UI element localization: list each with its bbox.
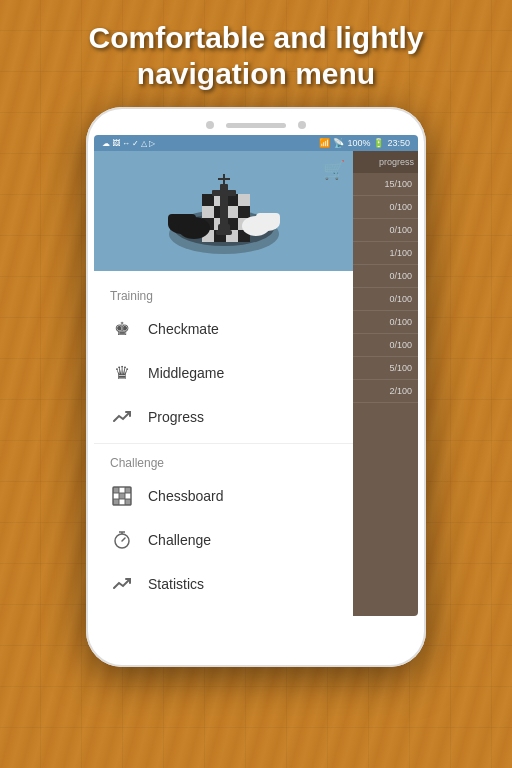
battery-percent: 100% <box>347 138 370 148</box>
right-panel-header: progress <box>353 151 418 173</box>
chess-logo <box>144 156 304 266</box>
svg-rect-14 <box>238 206 250 218</box>
statistics-label: Statistics <box>148 576 204 592</box>
phone-screen: ☁ 🖼 ↔ ✓ △ ▷ 📶 📡 100% 🔋 23:50 <box>94 135 418 616</box>
status-right: 📶 📡 100% 🔋 23:50 <box>319 138 410 148</box>
progress-item-5: 0/100 <box>353 288 418 311</box>
progress-item-3: 1/100 <box>353 242 418 265</box>
svg-point-30 <box>178 217 210 239</box>
phone-camera-right <box>298 121 306 129</box>
challenge-label: Challenge <box>148 532 211 548</box>
progress-label: Progress <box>148 409 204 425</box>
phone-top <box>94 121 418 129</box>
phone-camera-left <box>206 121 214 129</box>
progress-item-7: 0/100 <box>353 334 418 357</box>
progress-item-9: 2/100 <box>353 380 418 403</box>
menu-container: Training ♚ Checkmate ♛ Middlegame <box>94 271 353 616</box>
svg-rect-37 <box>113 487 119 493</box>
divider-1 <box>94 443 353 444</box>
signal-icon: 📡 <box>333 138 344 148</box>
chessboard-icon <box>110 484 134 508</box>
progress-item-8: 5/100 <box>353 357 418 380</box>
headline: Comfortable and lightly navigation menu <box>88 20 423 92</box>
statistics-icon <box>110 572 134 596</box>
progress-item-6: 0/100 <box>353 311 418 334</box>
challenge-icon <box>110 528 134 552</box>
status-icons-left: ☁ 🖼 ↔ ✓ △ ▷ <box>102 139 155 148</box>
cloud-icon: ☁ <box>102 139 110 148</box>
progress-item-4: 0/100 <box>353 265 418 288</box>
app-header: 🛒 <box>94 151 353 271</box>
header-banner: Comfortable and lightly navigation menu <box>68 0 443 102</box>
svg-rect-29 <box>218 178 230 180</box>
progress-icon <box>110 405 134 429</box>
svg-rect-28 <box>223 174 225 188</box>
progress-item-0: 15/100 <box>353 173 418 196</box>
menu-item-progress[interactable]: Progress <box>94 395 353 439</box>
svg-line-45 <box>122 538 125 541</box>
middlegame-label: Middlegame <box>148 365 224 381</box>
phone-frame: ☁ 🖼 ↔ ✓ △ ▷ 📶 📡 100% 🔋 23:50 <box>86 107 426 667</box>
cart-icon[interactable]: 🛒 <box>323 159 345 181</box>
section-label-challenge: Challenge <box>94 448 353 474</box>
svg-rect-40 <box>113 499 119 505</box>
battery-icon: 🔋 <box>373 138 384 148</box>
chess-logo-svg <box>144 156 304 266</box>
main-panel: 🛒 Training ♚ Checkmate ♛ Middlegame <box>94 151 353 616</box>
right-panel: progress 15/100 0/100 0/100 1/100 0/100 … <box>353 151 418 616</box>
middlegame-icon: ♛ <box>110 361 134 385</box>
svg-rect-11 <box>202 206 214 218</box>
svg-rect-27 <box>212 190 236 196</box>
wifi-icon: 📶 <box>319 138 330 148</box>
svg-rect-7 <box>202 194 214 206</box>
check-icon: ✓ <box>132 139 139 148</box>
sync-icon: ↔ <box>122 139 130 148</box>
progress-item-2: 0/100 <box>353 219 418 242</box>
phone-speaker <box>226 123 286 128</box>
chessboard-label: Chessboard <box>148 488 224 504</box>
menu-item-checkmate[interactable]: ♚ Checkmate <box>94 307 353 351</box>
svg-rect-26 <box>220 184 228 220</box>
svg-point-31 <box>242 216 270 236</box>
progress-item-1: 0/100 <box>353 196 418 219</box>
screen-wrapper: 🛒 Training ♚ Checkmate ♛ Middlegame <box>94 151 418 616</box>
time-display: 23:50 <box>387 138 410 148</box>
menu-item-challenge[interactable]: Challenge <box>94 518 353 562</box>
warning-icon: △ <box>141 139 147 148</box>
svg-rect-39 <box>119 493 125 499</box>
checkmate-icon: ♚ <box>110 317 134 341</box>
image-icon: 🖼 <box>112 139 120 148</box>
menu-item-chessboard[interactable]: Chessboard <box>94 474 353 518</box>
svg-rect-41 <box>125 499 131 505</box>
svg-rect-10 <box>238 194 250 206</box>
status-bar: ☁ 🖼 ↔ ✓ △ ▷ 📶 📡 100% 🔋 23:50 <box>94 135 418 151</box>
svg-rect-38 <box>125 487 131 493</box>
checkmate-label: Checkmate <box>148 321 219 337</box>
section-label-training: Training <box>94 281 353 307</box>
play-icon: ▷ <box>149 139 155 148</box>
menu-item-middlegame[interactable]: ♛ Middlegame <box>94 351 353 395</box>
menu-item-statistics[interactable]: Statistics <box>94 562 353 606</box>
